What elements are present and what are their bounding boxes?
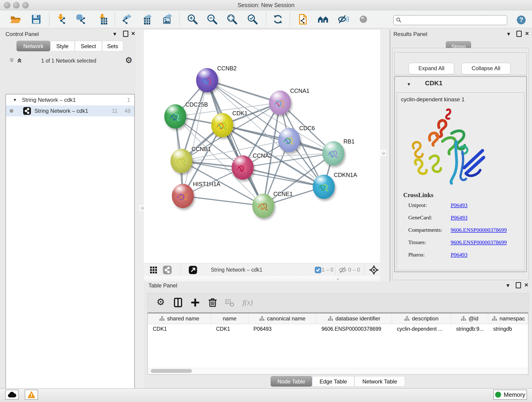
import-string-network-icon[interactable] bbox=[297, 13, 309, 26]
splitter-handle-right[interactable] bbox=[380, 150, 386, 157]
birds-eye-view-icon[interactable] bbox=[369, 265, 379, 275]
table-panel-menu-icon[interactable]: ▼ bbox=[505, 283, 510, 288]
column-header-shared-name[interactable]: shared name bbox=[148, 313, 211, 324]
results-panel-float-icon[interactable] bbox=[516, 31, 522, 37]
import-table-from-file-icon[interactable] bbox=[96, 13, 109, 26]
hidden-count: 0 – 0 bbox=[348, 263, 360, 276]
tab-select[interactable]: Select bbox=[75, 41, 102, 51]
control-panel-float-icon[interactable] bbox=[123, 31, 128, 37]
crosslink-link[interactable]: 9606.ENSP00000378699 bbox=[451, 239, 507, 245]
tab-network[interactable]: Network bbox=[17, 41, 50, 51]
hide-graphics-details-icon[interactable] bbox=[337, 13, 350, 26]
export-network-icon[interactable] bbox=[120, 13, 133, 26]
crosslink-link[interactable]: P06493 bbox=[451, 252, 467, 258]
protein-collapse-icon[interactable]: ▼ bbox=[407, 82, 411, 87]
home-icon[interactable] bbox=[317, 13, 329, 26]
network-row-selected[interactable]: String Network – cdk1 11 48 bbox=[6, 105, 134, 116]
table-cell[interactable]: cyclin-dependent ... bbox=[392, 324, 451, 334]
hidden-eye-icon[interactable] bbox=[338, 265, 348, 275]
collapse-all-networks-icon[interactable] bbox=[8, 57, 15, 65]
table-panel-close-icon[interactable]: ✕ bbox=[524, 283, 528, 288]
network-node-CCNE1[interactable] bbox=[252, 194, 274, 218]
crosslink-link[interactable]: P06493 bbox=[451, 215, 467, 220]
column-header-namespac[interactable]: namespac bbox=[488, 313, 529, 324]
function-builder-icon[interactable]: f(x) bbox=[242, 297, 254, 308]
import-network-from-database-icon[interactable] bbox=[75, 13, 88, 26]
table-cell[interactable]: CDK1 bbox=[148, 324, 211, 334]
svg-text:?: ? bbox=[519, 16, 523, 23]
show-columns-icon[interactable] bbox=[172, 297, 184, 308]
column-type-icon bbox=[159, 316, 165, 321]
tab-sets[interactable]: Sets bbox=[102, 41, 123, 51]
tab-edge-table[interactable]: Edge Table bbox=[312, 376, 355, 387]
expand-all-button[interactable]: Expand All bbox=[409, 63, 454, 74]
memory-button[interactable]: Memory bbox=[493, 390, 527, 400]
tab-node-table[interactable]: Node Table bbox=[271, 376, 312, 387]
string-style-icon[interactable] bbox=[162, 265, 172, 275]
network-node-CCNA1[interactable] bbox=[269, 90, 291, 115]
network-node-CCNB1[interactable] bbox=[171, 149, 192, 173]
zoom-in-icon[interactable] bbox=[186, 13, 199, 26]
column-settings-icon[interactable]: ⚙ bbox=[155, 297, 167, 308]
network-node-RB1[interactable] bbox=[322, 141, 344, 166]
network-node-CDKN1A[interactable] bbox=[313, 175, 335, 199]
cloud-button[interactable] bbox=[5, 390, 19, 400]
network-node-HIST1H1A[interactable] bbox=[172, 184, 194, 208]
network-node-CCNA2[interactable] bbox=[232, 155, 254, 180]
table-cell[interactable]: stringdb:9... bbox=[451, 324, 488, 334]
add-column-icon[interactable] bbox=[189, 297, 201, 308]
open-in-browser-icon[interactable] bbox=[188, 265, 198, 275]
zoom-fit-content-icon[interactable] bbox=[226, 13, 238, 26]
network-node-CCNB2[interactable] bbox=[196, 68, 218, 92]
grid-view-icon[interactable] bbox=[148, 265, 158, 275]
warning-button[interactable] bbox=[25, 390, 38, 400]
network-node-CDK1[interactable] bbox=[211, 113, 233, 137]
memory-status-icon bbox=[495, 392, 501, 398]
column-header-name[interactable]: name bbox=[211, 313, 248, 324]
open-session-icon[interactable] bbox=[9, 13, 22, 26]
tab-style[interactable]: Style bbox=[50, 41, 75, 51]
refresh-view-icon[interactable] bbox=[272, 13, 284, 26]
crosslink-link[interactable]: 9606.ENSP00000378699 bbox=[451, 227, 507, 233]
control-panel-close-icon[interactable]: ✕ bbox=[131, 31, 135, 36]
zoom-selected-icon[interactable] bbox=[246, 13, 259, 26]
control-panel-menu-icon[interactable]: ▼ bbox=[112, 32, 117, 37]
table-horizontal-scrollbar[interactable] bbox=[148, 368, 528, 374]
crosslink-row-tissues: Tissues:9606.ENSP00000378699 bbox=[408, 239, 507, 245]
help-icon[interactable]: ? bbox=[515, 14, 527, 26]
table-cell[interactable]: 9606.ENSP00000378699 bbox=[317, 324, 392, 334]
splitter-handle-horizontal[interactable] bbox=[335, 277, 341, 281]
import-network-from-file-icon[interactable] bbox=[56, 13, 68, 26]
table-cell[interactable]: P06493 bbox=[248, 324, 317, 334]
show-graphics-details-icon[interactable] bbox=[357, 13, 370, 26]
network-collection-row[interactable]: ▼ String Network – cdk1 1 bbox=[6, 95, 134, 105]
collapse-all-button[interactable]: Collapse All bbox=[462, 63, 510, 74]
results-panel-close-icon[interactable]: ✕ bbox=[525, 31, 529, 36]
table-panel-float-icon[interactable] bbox=[516, 282, 521, 288]
search-input[interactable] bbox=[404, 17, 507, 23]
expand-all-networks-icon[interactable] bbox=[16, 57, 23, 65]
network-node-CDC6[interactable] bbox=[278, 128, 300, 152]
network-view-canvas[interactable]: CCNB2CCNA1CDC25BCDK1CDC6RB1CCNB1CCNA2CDK… bbox=[144, 30, 380, 263]
search-box[interactable] bbox=[393, 15, 507, 25]
export-image-icon[interactable] bbox=[160, 13, 172, 26]
column-header-database-identifier[interactable]: database identifier bbox=[317, 313, 392, 324]
network-node-CDC25B[interactable] bbox=[164, 104, 186, 128]
column-header-@id[interactable]: @id bbox=[451, 313, 488, 324]
scrollbar-thumb[interactable] bbox=[151, 369, 192, 373]
results-panel-menu-icon[interactable]: ▼ bbox=[506, 32, 511, 37]
table-cell[interactable]: stringdb bbox=[488, 324, 529, 334]
column-header-canonical-name[interactable]: canonical name bbox=[248, 313, 317, 324]
column-header-description[interactable]: description bbox=[392, 313, 451, 324]
export-table-icon[interactable] bbox=[140, 13, 152, 26]
crosslink-link[interactable]: P06493 bbox=[451, 202, 467, 208]
collection-expand-icon[interactable]: ▼ bbox=[13, 98, 17, 102]
save-session-icon[interactable] bbox=[30, 13, 42, 26]
delete-table-icon[interactable] bbox=[224, 297, 236, 308]
delete-column-icon[interactable] bbox=[207, 297, 219, 308]
tab-network-table[interactable]: Network Table bbox=[355, 376, 405, 387]
table-cell[interactable]: CDK1 bbox=[211, 324, 248, 334]
network-options-gear-icon[interactable]: ⚙ bbox=[125, 56, 133, 65]
zoom-out-icon[interactable] bbox=[206, 13, 218, 26]
node-table[interactable]: shared namenamecanonical namedatabase id… bbox=[147, 313, 528, 375]
